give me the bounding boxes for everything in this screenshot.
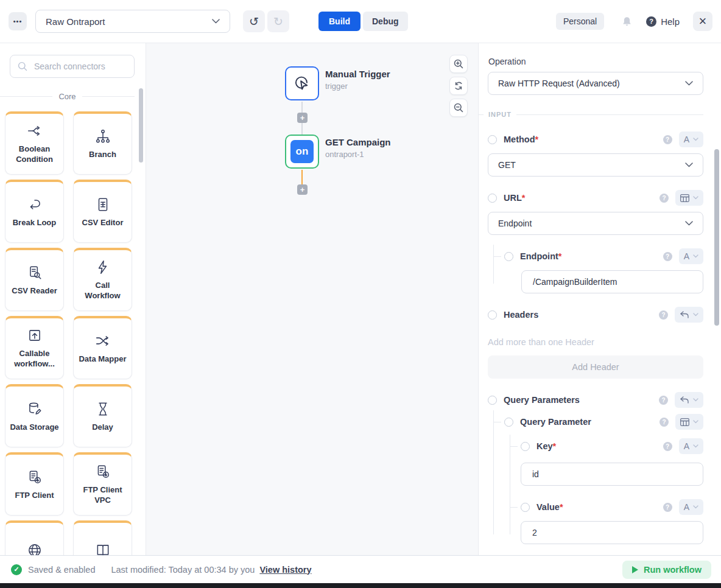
view-history-link[interactable]: View history [259,565,311,575]
connector-tile-ftp-client-vpc[interactable]: FTP Client VPC [73,452,132,516]
field-radio[interactable] [488,310,497,320]
connector-tile-csv-reader[interactable]: CSV Reader [5,248,64,311]
add-step-button[interactable]: + [297,184,308,195]
connector-label: Data Mapper [79,354,126,365]
field-label: Query Parameters [504,395,580,405]
node-subtitle: trigger [325,82,390,91]
undo-button[interactable]: ↺ [243,10,265,32]
field-radio[interactable] [521,442,530,451]
field-radio[interactable] [504,252,513,261]
file-download-icon [27,469,43,485]
field-radio[interactable] [488,396,497,405]
help-label: Help [661,16,680,27]
tab-debug[interactable]: Debug [363,12,408,31]
question-circle-icon: ? [646,16,656,27]
required-marker: * [560,502,563,512]
field-type-selector[interactable] [675,392,703,408]
more-options-button[interactable]: ••• [9,12,27,30]
connector-label: Break Loop [13,218,57,228]
connector-tile-delay[interactable]: Delay [73,384,132,447]
top-bar: ••• Raw Ontraport ↺ ↻ Build Debug Person… [0,0,721,43]
connector-tile-boolean-condition[interactable]: Boolean Condition [5,111,64,175]
redo-icon: ↻ [273,15,283,29]
field-help-icon[interactable]: ? [663,442,672,451]
connector-tile-callable-workflow[interactable]: Callable workflow... [5,316,64,379]
connector-tile-call-workflow[interactable]: Call Workflow [73,248,132,311]
sync-icon [454,81,463,91]
tab-build[interactable]: Build [318,12,360,31]
connector-tile-book[interactable] [73,520,132,555]
field-radio[interactable] [488,135,497,144]
node-get-campaign[interactable]: on [285,135,319,169]
reset-zoom-button[interactable] [449,77,468,95]
field-help-icon[interactable]: ? [659,310,668,320]
field-help-icon[interactable]: ? [663,503,672,512]
key-input-wrap [521,463,703,486]
field-row-method: Method* ? A [488,131,703,147]
key-value-group: Key* ? A Value* [504,438,703,544]
field-type-selector[interactable] [675,190,703,206]
connector-label: CSV Editor [82,218,124,228]
zoom-in-button[interactable] [449,55,468,73]
key-input[interactable] [531,469,693,480]
notifications-bell-icon[interactable] [621,16,633,27]
connector-tile-globe[interactable] [5,520,64,555]
workflow-selector[interactable]: Raw Ontraport [35,10,230,33]
close-button[interactable]: × [693,12,712,31]
method-select[interactable]: GET [488,153,703,177]
field-type-selector[interactable] [675,414,703,430]
endpoint-input[interactable] [532,276,693,287]
workflow-canvas[interactable]: Manual Trigger trigger + on GET Campaign… [146,43,478,555]
add-header-button[interactable]: Add Header [488,355,703,379]
search-input[interactable] [33,61,127,72]
run-workflow-label: Run workflow [644,565,702,575]
sidebar-scrollbar[interactable] [139,88,143,163]
field-type-selector[interactable] [675,307,703,323]
node-title: Manual Trigger [325,69,390,79]
panel-scrollbar[interactable] [714,149,719,326]
required-marker: * [522,193,526,203]
field-help-icon[interactable]: ? [659,418,669,427]
field-help-icon[interactable]: ? [659,396,668,405]
connector-tile-branch[interactable]: Branch [73,111,132,175]
lightning-icon [95,259,111,275]
add-step-button[interactable]: + [297,113,308,123]
connector-tile-break-loop[interactable]: Break Loop [5,180,64,243]
redo-button[interactable]: ↻ [267,10,289,32]
text-type-icon: A [684,441,689,451]
field-radio[interactable] [488,194,497,203]
ontraport-logo: on [290,140,314,163]
field-help-icon[interactable]: ? [659,194,669,203]
chevron-down-icon [693,444,698,448]
field-row-query-parameters: Query Parameters ? [488,392,703,408]
endpoint-input-wrap [521,270,703,293]
field-type-selector[interactable]: A [679,499,703,515]
field-row-query-parameter: Query Parameter ? [504,414,703,430]
text-type-icon: A [684,251,689,261]
field-type-selector[interactable]: A [679,131,703,147]
url-select[interactable]: Endpoint [488,212,703,235]
operation-select[interactable]: Raw HTTP Request (Advanced) [488,72,703,95]
workspace-badge[interactable]: Personal [556,13,604,30]
connector-label: CSV Reader [12,286,57,296]
value-input[interactable] [531,527,693,538]
node-manual-trigger[interactable] [285,66,319,100]
connector-tile-data-storage[interactable]: Data Storage [5,384,64,447]
chevron-down-icon [685,81,693,86]
url-value: Endpoint [498,219,532,228]
field-radio[interactable] [521,503,530,512]
field-help-icon[interactable]: ? [663,252,672,261]
help-button[interactable]: ? Help [646,16,680,27]
field-label: Query Parameter [520,417,591,427]
required-marker: * [553,441,557,451]
run-workflow-button[interactable]: Run workflow [622,561,711,579]
field-type-selector[interactable]: A [679,248,703,264]
connector-tile-data-mapper[interactable]: Data Mapper [73,316,132,379]
connector-tile-ftp-client[interactable]: FTP Client [5,452,64,516]
field-help-icon[interactable]: ? [663,135,672,144]
field-row-key: Key* ? A [521,438,703,454]
zoom-out-button[interactable] [449,99,468,117]
connector-tile-csv-editor[interactable]: CSV Editor [73,180,132,243]
field-type-selector[interactable]: A [679,438,703,454]
field-radio[interactable] [504,418,513,427]
